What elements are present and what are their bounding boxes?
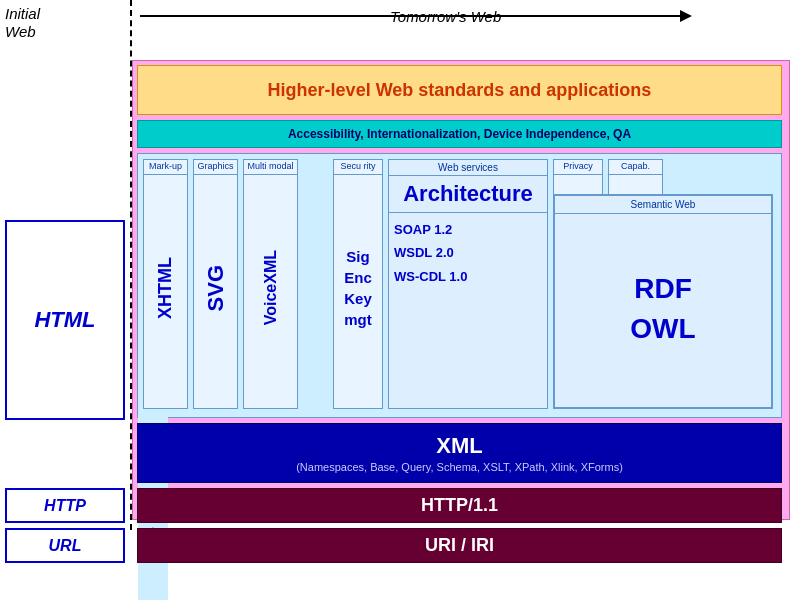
security-body: Sig Enc Key mgt xyxy=(334,246,382,330)
html-text: HTML xyxy=(34,307,95,333)
http-bar: HTTP/1.1 xyxy=(137,488,782,523)
accessibility-text: Accessibility, Internationalization, Dev… xyxy=(288,127,631,141)
higher-level-bar: Higher-level Web standards and applicati… xyxy=(137,65,782,115)
multimodal-body: VoiceXML xyxy=(262,250,280,325)
security-column: Secu rity Sig Enc Key mgt xyxy=(333,159,383,409)
webservices-column: Web services Architecture SOAP 1.2WSDL 2… xyxy=(388,159,548,409)
x-axis-label: Tomorrow's Web xyxy=(390,8,501,25)
semantic-web-label: Semantic Web xyxy=(555,196,771,214)
http-label-text: HTTP xyxy=(44,497,86,515)
y-axis-label: Initial Web xyxy=(5,5,40,41)
xml-subtitle: (Namespaces, Base, Query, Schema, XSLT, … xyxy=(296,461,623,473)
multimodal-column: Multi modal VoiceXML xyxy=(243,159,298,409)
diagram-container: Initial Web Tomorrow's Web Higher-level … xyxy=(0,0,800,600)
webservices-items: SOAP 1.2WSDL 2.0WS-CDL 1.0 xyxy=(394,218,542,288)
capabilities-header: Capab. xyxy=(609,160,662,175)
uri-bar: URI / IRI xyxy=(137,528,782,563)
multimodal-header: Multi modal xyxy=(244,160,297,175)
webservices-header: Web services xyxy=(389,160,547,176)
markup-column: Mark-up XHTML xyxy=(143,159,188,409)
webservices-architecture: Architecture xyxy=(389,176,547,212)
xml-bar: XML (Namespaces, Base, Query, Schema, XS… xyxy=(137,423,782,483)
privacy-header: Privacy xyxy=(554,160,602,175)
graphics-body: SVG xyxy=(203,265,229,311)
markup-body: XHTML xyxy=(155,257,176,319)
markup-header: Mark-up xyxy=(144,160,187,175)
semantic-web-box: Semantic Web RDFOWL xyxy=(553,194,773,409)
graphics-column: Graphics SVG xyxy=(193,159,238,409)
http-label: HTTP xyxy=(5,488,125,523)
url-label: URL xyxy=(5,528,125,563)
html-label: HTML xyxy=(5,220,125,420)
xml-title: XML xyxy=(436,433,482,459)
main-content-area: Mark-up XHTML Graphics SVG Multi modal V… xyxy=(137,153,782,418)
accessibility-bar: Accessibility, Internationalization, Dev… xyxy=(137,120,782,148)
uri-text: URI / IRI xyxy=(425,535,494,556)
higher-level-text: Higher-level Web standards and applicati… xyxy=(268,80,652,101)
graphics-header: Graphics xyxy=(194,160,237,175)
security-header: Secu rity xyxy=(334,160,382,175)
url-label-text: URL xyxy=(49,537,82,555)
semantic-web-body: RDFOWL xyxy=(555,214,771,403)
http-text: HTTP/1.1 xyxy=(421,495,498,516)
